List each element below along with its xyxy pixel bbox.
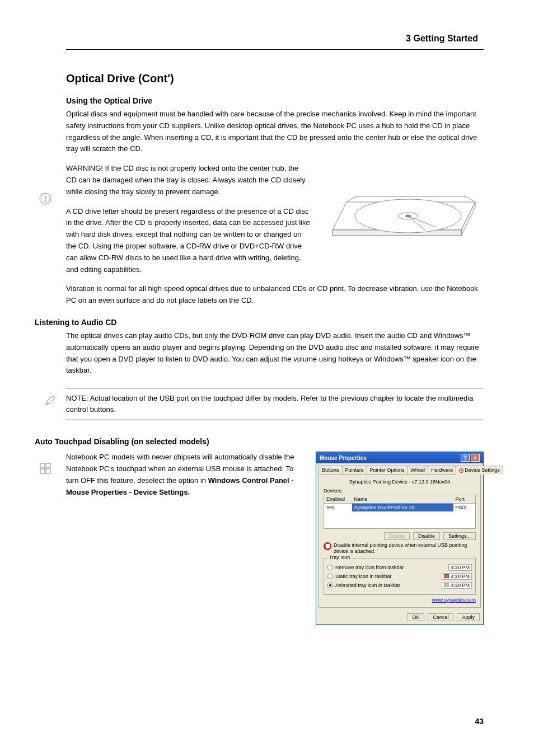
header-rule — [66, 49, 484, 50]
svg-line-8 — [346, 196, 356, 202]
devices-table: Enabled Name Port Yes Synaptics TouchPad… — [324, 495, 476, 529]
driver-version-label: Synaptics Pointing Device - v7.12.9 18No… — [324, 479, 476, 485]
radio-static-tray[interactable] — [327, 574, 333, 579]
enable-button: Enable — [384, 532, 410, 540]
taskbar-preview-none: 4:20 PM — [448, 564, 472, 571]
svg-rect-16 — [40, 469, 45, 473]
tab-hardware[interactable]: Hardware — [428, 466, 456, 475]
help-button[interactable]: ? — [461, 454, 470, 462]
para-drive-letter: A CD drive letter should be present rega… — [66, 206, 310, 276]
disable-internal-checkbox[interactable] — [325, 543, 330, 548]
para-using-drive: Optical discs and equipment must be hand… — [66, 109, 484, 155]
cd-tray-illustration — [321, 163, 484, 255]
sub-title-using-drive: Using the Optical Drive — [66, 96, 484, 105]
pencil-icon — [44, 394, 57, 406]
mouse-properties-dialog: Mouse Properties ? × Buttons Pointers Po… — [316, 452, 484, 624]
tab-pointer-options[interactable]: Pointer Options — [367, 466, 408, 475]
svg-rect-2 — [45, 196, 46, 199]
disable-button[interactable]: Disable — [413, 532, 440, 540]
para-vibration: Vibration is normal for all high-speed o… — [66, 283, 484, 307]
radio-animated-tray-label: Animated tray icon in taskbar — [335, 583, 400, 588]
sub-title-audio-cd: Listening to Audio CD — [35, 318, 484, 327]
ok-button[interactable]: OK — [407, 613, 424, 621]
devices-label: Devices: — [324, 488, 476, 494]
note-rule-top — [66, 388, 484, 388]
svg-rect-3 — [45, 200, 46, 201]
warning-text: WARNING! If the CD disc is not properly … — [66, 164, 306, 196]
page-number: 43 — [475, 717, 484, 726]
svg-line-9 — [466, 196, 475, 202]
section-title: Optical Drive (Cont') — [66, 72, 484, 85]
disable-internal-label: Disable internal pointing device when ex… — [334, 542, 476, 555]
note-rule-bottom — [66, 420, 484, 420]
table-row[interactable]: Yes Synaptics TouchPad V5.10 PS/2 — [324, 504, 476, 512]
close-button[interactable]: × — [471, 454, 480, 462]
dialog-title: Mouse Properties — [320, 455, 367, 461]
warning-icon — [39, 192, 51, 205]
svg-rect-14 — [40, 463, 45, 468]
highlight-ring-icon — [324, 542, 331, 550]
radio-animated-tray[interactable] — [327, 583, 333, 588]
radio-remove-tray[interactable] — [327, 565, 333, 570]
radio-remove-tray-label: Remove tray icon from taskbar — [335, 565, 404, 570]
svg-rect-15 — [46, 463, 50, 468]
tray-icon-legend: Tray Icon — [327, 555, 352, 560]
radio-static-tray-label: Static tray icon in taskbar — [335, 574, 392, 579]
apply-button[interactable]: Apply — [457, 613, 480, 621]
col-enabled: Enabled — [324, 495, 352, 504]
tab-buttons[interactable]: Buttons — [318, 466, 343, 475]
taskbar-preview-animated: 4:20 PM — [442, 582, 472, 589]
para-audio-cd: The optical drives can play audio CDs, b… — [66, 330, 484, 377]
para-auto-touchpad: Notebook PC models with newer chipsets w… — [66, 452, 299, 498]
running-header: 3 Getting Started — [35, 34, 484, 44]
settings-button[interactable]: Settings... — [443, 532, 476, 540]
taskbar-preview-static: 4:20 PM — [442, 573, 472, 580]
cancel-button[interactable]: Cancel — [428, 613, 453, 621]
synaptics-link[interactable]: www.synaptics.com — [324, 597, 476, 603]
col-port: Port — [453, 495, 476, 504]
sub-title-auto-touchpad: Auto Touchpad Disabling (on selected mod… — [35, 437, 484, 446]
col-name: Name — [352, 495, 453, 504]
windows-icon — [39, 462, 51, 475]
note-text: NOTE: Actual location of the USB port on… — [66, 393, 484, 415]
tab-wheel[interactable]: Wheel — [407, 466, 429, 475]
svg-rect-17 — [46, 469, 50, 473]
tab-device-settings[interactable]: Device Settings — [456, 466, 503, 475]
tab-pointers[interactable]: Pointers — [342, 466, 367, 475]
